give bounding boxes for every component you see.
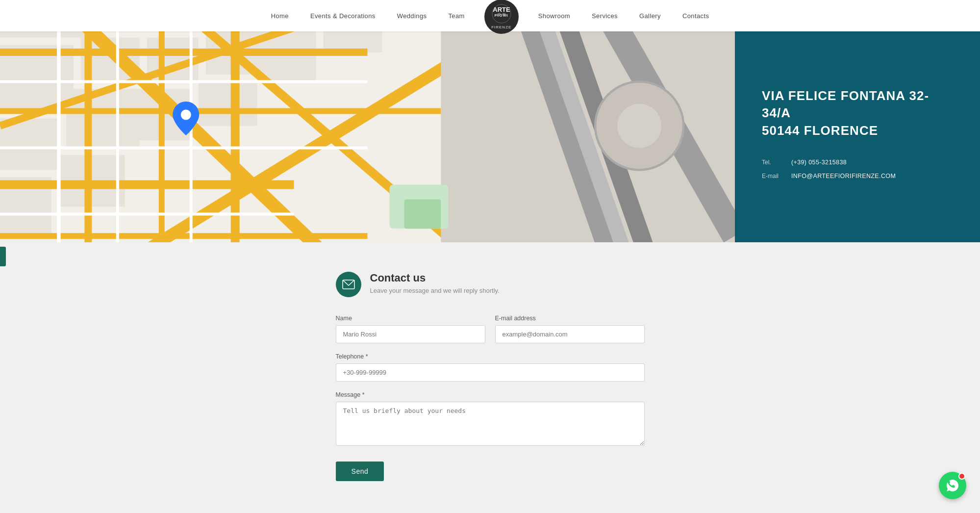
contact-title: Contact us: [370, 272, 500, 284]
nav-team[interactable]: Team: [437, 12, 475, 20]
tel-label: Tel.: [762, 159, 791, 166]
contact-header: Contact us Leave your message and we wil…: [336, 272, 645, 297]
svg-rect-6: [0, 31, 88, 38]
header: Home Events & Decorations Weddings Team …: [0, 0, 980, 31]
contact-heading-group: Contact us Leave your message and we wil…: [370, 272, 500, 294]
telephone-input[interactable]: [336, 363, 645, 382]
contact-form-section: Contact us Leave your message and we wil…: [0, 242, 980, 513]
message-input[interactable]: [336, 402, 645, 446]
telephone-label: Telephone *: [336, 353, 645, 360]
contact-subtitle: Leave your message and we will reply sho…: [370, 287, 500, 294]
svg-point-52: [181, 110, 191, 120]
email-input[interactable]: [495, 325, 645, 343]
message-row: Message *: [336, 391, 645, 446]
email-row: E-mail INFO@ARTEEFIORIFIRENZE.COM: [762, 173, 953, 180]
nav-gallery[interactable]: Gallery: [628, 12, 672, 20]
nav-services[interactable]: Services: [581, 12, 628, 20]
address-text: VIA FELICE FONTANA 32-34/A 50144 FLORENC…: [762, 87, 953, 139]
message-group: Message *: [336, 391, 645, 446]
whatsapp-badge: [958, 473, 965, 480]
logo-subtitle: FIRENZE: [491, 26, 511, 29]
map-section: Leaflet | © OpenStreetMap VIA FELICE FON…: [0, 31, 980, 242]
name-group: Name: [336, 315, 485, 343]
map-svg: Leaflet | © OpenStreetMap: [0, 31, 735, 242]
whatsapp-button[interactable]: [939, 472, 966, 499]
svg-rect-19: [199, 82, 257, 126]
envelope-icon: [342, 280, 355, 289]
send-button[interactable]: Send: [336, 462, 384, 481]
name-label: Name: [336, 315, 485, 322]
map-container[interactable]: Leaflet | © OpenStreetMap: [0, 31, 735, 242]
svg-text:ARTE: ARTE: [493, 6, 510, 13]
name-email-row: Name E-mail address: [336, 315, 645, 343]
address-panel: VIA FELICE FONTANA 32-34/A 50144 FLORENC…: [735, 31, 980, 242]
email-value: INFO@ARTEEFIORIFIRENZE.COM: [791, 173, 896, 180]
whatsapp-icon: [946, 479, 959, 492]
site-logo[interactable]: ARTE FIORI FIRENZE: [484, 0, 519, 34]
svg-rect-20: [265, 31, 316, 82]
logo-icon: ARTE FIORI: [492, 4, 511, 24]
message-label: Message *: [336, 391, 645, 398]
email-label: E-mail address: [495, 315, 645, 322]
name-input[interactable]: [336, 325, 485, 343]
email-label: E-mail: [762, 173, 791, 180]
tel-value: (+39) 055-3215838: [791, 159, 847, 166]
nav-weddings[interactable]: Weddings: [386, 12, 438, 20]
telephone-row: Telephone *: [336, 353, 645, 382]
nav-home[interactable]: Home: [260, 12, 300, 20]
side-indicator: [0, 247, 6, 266]
email-group: E-mail address: [495, 315, 645, 343]
svg-rect-51: [404, 199, 441, 229]
telephone-group: Telephone *: [336, 353, 645, 382]
form-grid: Name E-mail address Telephone * Message …: [336, 315, 645, 481]
email-icon-circle: [336, 272, 361, 297]
nav-events[interactable]: Events & Decorations: [300, 12, 386, 20]
nav-contacts[interactable]: Contacts: [672, 12, 720, 20]
main-nav: Home Events & Decorations Weddings Team …: [260, 0, 720, 33]
tel-row: Tel. (+39) 055-3215838: [762, 159, 953, 166]
svg-point-49: [617, 104, 661, 148]
nav-showroom[interactable]: Showroom: [528, 12, 581, 20]
